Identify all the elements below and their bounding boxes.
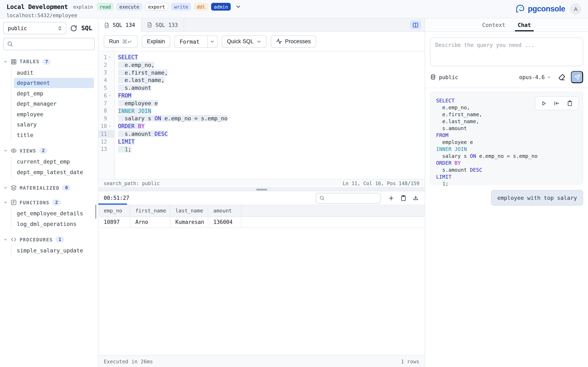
gutter-line-3[interactable]: 3 (98, 69, 114, 76)
chat-input[interactable] (430, 38, 583, 66)
editor-tab-sql-133[interactable]: SQL 133 (141, 18, 184, 31)
sidebar-item-employee[interactable]: employee (11, 109, 98, 119)
results-search[interactable] (316, 193, 380, 203)
chevron-down-icon[interactable] (235, 4, 242, 10)
table-cell[interactable]: Arno (130, 217, 170, 227)
code-line-8[interactable]: INNER JOIN (118, 107, 425, 115)
code-line-12[interactable]: LIMIT (118, 138, 425, 146)
context-schema[interactable]: public (430, 74, 458, 80)
sidebar-item-log_dml_operations[interactable]: log_dml_operations (11, 218, 98, 229)
add-result-tab-icon[interactable] (388, 195, 394, 201)
sidebar-item-dept_emp_latest_date[interactable]: dept_emp_latest_date (11, 167, 98, 177)
gutter-line-2[interactable]: 2 (98, 61, 114, 69)
code-line-7[interactable]: employee e (118, 100, 425, 107)
code-line-2[interactable]: e.emp_no, (118, 61, 425, 69)
gutter-line-5[interactable]: 5 (98, 84, 114, 92)
send-button[interactable] (571, 71, 583, 83)
code-line-5[interactable]: s.amount (118, 84, 425, 92)
sidebar-item-simple_salary_update[interactable]: simple_salary_update (11, 245, 98, 256)
column-header-amount[interactable]: amount (208, 205, 241, 217)
splitter-grip[interactable] (256, 189, 267, 191)
run-button[interactable]: Run ⌘↵ (104, 35, 138, 48)
sidebar-item-get_employee_details[interactable]: get_employee_details (11, 208, 98, 218)
table-cell[interactable]: Kumaresan (170, 217, 208, 227)
explain-button[interactable]: Explain (141, 35, 170, 48)
column-header-first_name[interactable]: first_name (130, 205, 170, 217)
insert-to-editor-icon[interactable] (554, 100, 560, 106)
copy-results-icon[interactable] (400, 195, 407, 201)
chevron-down-icon (3, 185, 8, 190)
editor-tab-sql-134[interactable]: SQL 134 (98, 18, 141, 32)
table-cell[interactable]: 10897 (98, 217, 130, 227)
gutter-line-10[interactable]: 10▾ (98, 122, 114, 130)
editor-results-pane: SQL 134SQL 133 Run ⌘↵ Explain Format (98, 18, 425, 367)
results-empty-space (98, 228, 425, 355)
gutter-line-4[interactable]: 4 (98, 76, 114, 84)
sidebar-item-current_dept_emp[interactable]: current_dept_emp (11, 156, 98, 167)
code-line-10[interactable]: ORDER BY (118, 122, 425, 130)
code-line-1[interactable]: SELECT (118, 53, 425, 61)
code-line-6[interactable]: FROM (118, 92, 425, 100)
gutter-line-9[interactable]: 9 (98, 115, 114, 123)
section-header-functions[interactable]: FUNCTIONS2 (3, 198, 98, 207)
sidebar-item-salary[interactable]: salary (11, 119, 98, 130)
result-tab[interactable]: 00:51:27 (98, 191, 135, 205)
gutter-line-1[interactable]: 1▾ (98, 53, 114, 61)
sidebar-resize-handle[interactable] (95, 205, 96, 218)
run-sql-icon[interactable] (541, 100, 547, 106)
schema-select[interactable]: public (3, 22, 66, 34)
gutter-line-6[interactable]: 6▾ (98, 92, 114, 100)
copy-sql-icon[interactable] (567, 100, 573, 106)
sql-editor[interactable]: 1▾23456▾78910▾111213 SELECT e.emp_no, e.… (98, 51, 425, 179)
quick-sql-button[interactable]: Quick SQL (222, 35, 267, 48)
editor-results-splitter[interactable] (98, 188, 425, 191)
section-header-materialized[interactable]: MATERIALIZED0 (3, 183, 98, 193)
column-header-last_name[interactable]: last_name (170, 205, 208, 217)
sidebar-item-audit[interactable]: audit (11, 67, 98, 78)
gutter-line-13[interactable]: 13 (98, 145, 114, 153)
sidebar-item-dept_manager[interactable]: dept_manager (11, 99, 98, 109)
section-items-functions: get_employee_detailslog_dml_operations (11, 207, 98, 230)
gutter-line-11[interactable]: 11 (98, 130, 114, 138)
split-view-button[interactable] (410, 20, 421, 29)
editor-code[interactable]: SELECT e.emp_no, e.first_name, e.last_na… (115, 51, 425, 179)
assistant-code-line-5: s.amount (436, 125, 577, 132)
tab-chat[interactable]: Chat (518, 18, 531, 31)
active-tab-indicator (515, 30, 534, 31)
format-dropdown[interactable] (207, 36, 217, 47)
code-line-11[interactable]: s.amount DESC (118, 130, 425, 138)
table-row[interactable]: 10897ArnoKumaresan136004 (98, 217, 425, 227)
format-button[interactable]: Format (174, 35, 218, 48)
code-line-4[interactable]: e.last_name, (118, 76, 425, 84)
sidebar-search-input[interactable] (3, 38, 95, 50)
section-count-badge: 2 (39, 148, 47, 154)
column-header-emp_no[interactable]: emp_no (98, 205, 130, 217)
assistant-code-line-3: e.first_name, (436, 111, 577, 118)
code-line-9[interactable]: salary s ON e.emp_no = s.emp_no (118, 115, 425, 123)
sidebar-item-dept_emp[interactable]: dept_emp (11, 88, 98, 99)
avatar[interactable]: A (570, 3, 581, 15)
table-cell[interactable]: 136004 (208, 217, 241, 227)
section-header-procedures[interactable]: PROCEDURES1 (3, 235, 98, 244)
processes-button[interactable]: Processes (271, 35, 316, 48)
sidebar-item-department[interactable]: department (14, 78, 94, 88)
section-header-tables[interactable]: TABLES7 (3, 57, 98, 67)
gutter-line-8[interactable]: 8 (98, 107, 114, 115)
clear-chat-icon[interactable] (558, 73, 566, 81)
section-count-badge: 7 (43, 58, 51, 65)
refresh-icon[interactable] (70, 25, 77, 32)
gutter-line-12[interactable]: 12 (98, 138, 114, 146)
app-header: Local Development explainreadexecuteexpo… (0, 0, 588, 18)
code-line-13[interactable]: 1; (118, 145, 425, 153)
section-header-views[interactable]: VIEWS2 (3, 146, 98, 156)
gutter-line-7[interactable]: 7 (98, 100, 114, 107)
model-select[interactable]: opus-4.6 (519, 74, 551, 80)
sql-mode-label[interactable]: SQL (81, 25, 92, 32)
chat-history: SELECT e.emp_no, e.first_name, e.last_na… (425, 88, 588, 367)
pgconsole-app: Local Development explainreadexecuteexpo… (0, 0, 588, 367)
tab-context[interactable]: Context (482, 18, 506, 31)
sidebar-item-title[interactable]: title (11, 130, 98, 140)
code-line-3[interactable]: e.first_name, (118, 69, 425, 76)
results-search-input[interactable] (327, 195, 372, 201)
download-results-icon[interactable] (412, 195, 419, 201)
